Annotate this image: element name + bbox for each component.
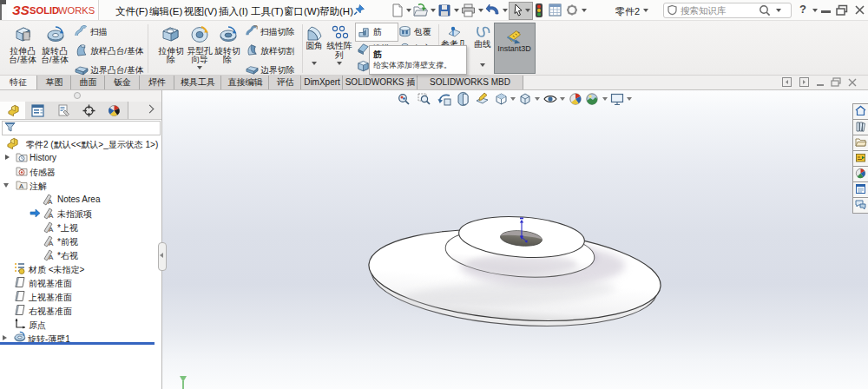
- svg-text:A: A: [19, 182, 23, 190]
- svg-text:A: A: [48, 198, 53, 206]
- svg-text:SOLID: SOLID: [30, 5, 59, 16]
- svg-text:A: A: [49, 226, 54, 234]
- svg-text:WORKS: WORKS: [58, 5, 95, 16]
- svg-text:A: A: [49, 254, 54, 261]
- svg-text:ЗS: ЗS: [12, 3, 30, 17]
- svg-text:A: A: [49, 212, 54, 220]
- svg-text:A: A: [49, 240, 54, 247]
